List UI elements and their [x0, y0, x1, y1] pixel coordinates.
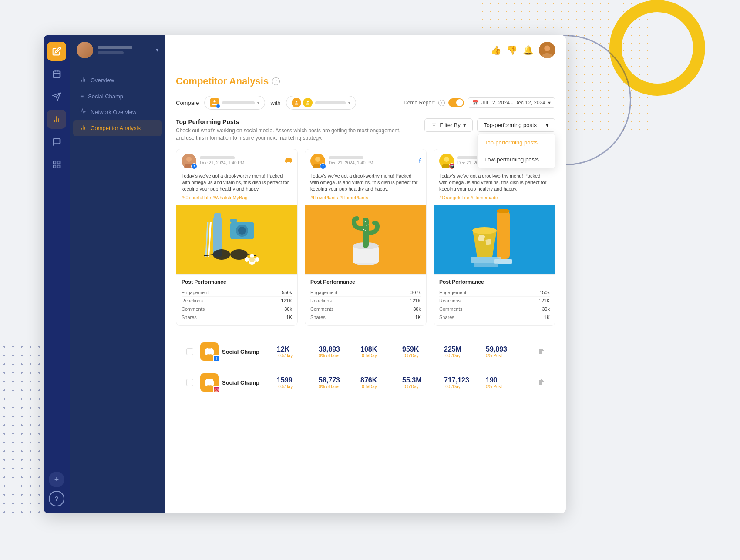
perf-row-1-engagement: Engagement 550k: [182, 288, 292, 297]
sidebar-nav: Overview ≡ Social Champ Network Overview: [70, 65, 165, 513]
notification-icon[interactable]: 🔔: [523, 45, 534, 55]
info-icon[interactable]: i: [272, 77, 280, 85]
iconbar-help[interactable]: ?: [49, 491, 64, 506]
sidebar-avatar: [77, 42, 93, 58]
svg-point-49: [249, 257, 255, 262]
stats-delete-2[interactable]: 🗑: [538, 379, 545, 386]
info-icon-2[interactable]: i: [438, 100, 445, 106]
svg-rect-10: [57, 161, 60, 164]
perf-row-1-shares: Shares 1K: [182, 313, 292, 321]
post-image-3: [434, 205, 555, 274]
iconbar-calendar[interactable]: [47, 64, 66, 84]
iconbar-add[interactable]: +: [49, 472, 64, 487]
svg-point-62: [444, 157, 449, 162]
compare-selector-1[interactable]: ▾: [204, 96, 265, 110]
perf-row-1-reactions: Reactions 121K: [182, 297, 292, 305]
calendar-icon: 📅: [472, 100, 479, 106]
demo-report-bar: Demo Report i 📅 Jul 12, 2024 - Dec 12, 2…: [404, 97, 555, 108]
post-card-2-header: f Dec 21, 2024, 1:40 PM f: [305, 149, 426, 173]
post-performance-3: Post Performance Engagement 150k Reactio…: [434, 274, 555, 325]
post-performance-2: Post Performance Engagement 307k Reactio…: [305, 274, 426, 325]
iconbar-messages[interactable]: [47, 132, 66, 151]
post-image-2: [305, 205, 426, 274]
dropdown-item-low[interactable]: Low-performing posts: [478, 151, 555, 168]
sidebar-item-overview[interactable]: Overview: [73, 72, 162, 88]
stats-brand-2: Social Champ: [200, 373, 270, 392]
sidebar-item-competitor-analysis[interactable]: Competitor Analysis: [73, 120, 162, 136]
dropdown-container: Top-performing posts ▾ Top-performing po…: [477, 118, 555, 132]
top-bar-actions: 👍 👎 🔔: [491, 42, 555, 58]
filter-by-button[interactable]: Filter By ▾: [424, 118, 473, 132]
iconbar-reports[interactable]: [47, 155, 66, 174]
post-card-1-meta: Dec 21, 2024, 1:40 PM: [200, 156, 282, 165]
stats-metric-1-2: 108K -0.5/Day: [360, 345, 395, 358]
svg-point-69: [472, 227, 497, 234]
stats-row-2-checkbox[interactable]: [186, 379, 193, 386]
stats-metric-2-5: 190 0% Post: [486, 376, 521, 389]
dropdown-chevron-icon: ▾: [546, 122, 549, 128]
svg-point-67: [497, 209, 510, 213]
svg-rect-0: [54, 71, 60, 77]
post-card-1-header: f Dec 21, 2024, 1:40 PM: [176, 149, 297, 173]
stats-row-2: Social Champ 1599 -0.5/day 58,773 0% of …: [176, 367, 555, 398]
svg-rect-37: [230, 219, 237, 222]
compare-bar: Compare ▾ with: [176, 96, 555, 110]
section-header: Top Performing Posts Check out what's wo…: [176, 118, 555, 142]
post-card-2: f Dec 21, 2024, 1:40 PM f Today's we've …: [305, 149, 427, 326]
sidebar-chevron-icon[interactable]: ▾: [156, 47, 158, 53]
date-chevron-icon: ▾: [548, 100, 551, 106]
sidebar-item-social-champ[interactable]: ≡ Social Champ: [73, 88, 162, 104]
svg-point-22: [214, 100, 216, 102]
stats-delete-1[interactable]: 🗑: [538, 348, 545, 355]
stats-metric-2-2: 876K -0.5/Day: [360, 376, 395, 389]
facebook-badge-1: f: [191, 163, 197, 169]
svg-point-20: [544, 45, 550, 51]
thumbs-down-icon[interactable]: 👎: [507, 45, 518, 55]
compare-selector-2[interactable]: ▾: [286, 96, 356, 110]
perf-row-3-engagement: Engagement 150k: [439, 288, 550, 297]
perf-row-2-reactions: Reactions 121K: [310, 297, 421, 305]
stats-metric-2-4: 717,123 -0.5/Day: [444, 376, 479, 389]
iconbar-analytics[interactable]: [47, 110, 66, 129]
content-area: Competitor Analysis i Compare ▾ with: [165, 65, 566, 513]
posts-type-dropdown[interactable]: Top-performing posts ▾: [477, 118, 555, 132]
stats-row-1: f Social Champ 12K -0.5/day 39,893 0% of…: [176, 336, 555, 367]
post-1-platform-icon: [285, 157, 292, 165]
stats-row-1-checkbox[interactable]: [186, 348, 193, 355]
iconbar-compose[interactable]: [47, 42, 66, 61]
svg-point-48: [245, 257, 249, 262]
stats-metric-1-0: 12K -0.5/day: [277, 345, 312, 358]
perf-row-1-comments: Comments 30k: [182, 305, 292, 313]
user-avatar[interactable]: [539, 42, 555, 58]
date-range-picker[interactable]: 📅 Jul 12, 2024 - Dec 12, 2024 ▾: [468, 97, 555, 108]
post-image-1: [176, 205, 297, 274]
perf-row-2-engagement: Engagement 307k: [310, 288, 421, 297]
perf-row-2-comments: Comments 30k: [310, 305, 421, 313]
stats-metric-2-3: 55.3M -0.5/Day: [402, 376, 437, 389]
thumbs-up-icon[interactable]: 👍: [491, 45, 501, 55]
perf-row-3-reactions: Reactions 121K: [439, 297, 550, 305]
sidebar-item-network-overview[interactable]: Network Overview: [73, 104, 162, 120]
demo-report-toggle[interactable]: [448, 98, 464, 107]
dropdown-item-top[interactable]: Top-performing posts: [478, 134, 555, 151]
post-card-3-avatar: 📷: [439, 154, 454, 168]
sidebar-header: ▾: [70, 35, 165, 65]
stats-section: f Social Champ 12K -0.5/day 39,893 0% of…: [176, 336, 555, 398]
svg-point-36: [238, 227, 246, 235]
stats-metric-1-3: 959K -0.5/Day: [402, 345, 437, 358]
post-card-1-avatar: f: [182, 154, 196, 168]
svg-rect-71: [485, 239, 491, 245]
svg-rect-11: [57, 165, 60, 168]
svg-rect-33: [214, 213, 221, 220]
svg-rect-12: [54, 165, 56, 168]
svg-rect-65: [497, 211, 510, 259]
stats-brand-1: f Social Champ: [200, 342, 270, 361]
svg-point-23: [296, 101, 297, 103]
icon-bar: + ?: [44, 35, 70, 513]
iconbar-send[interactable]: [47, 87, 66, 106]
svg-rect-72: [471, 257, 501, 263]
filter-chevron-icon: ▾: [463, 122, 466, 128]
post-card-1: f Dec 21, 2024, 1:40 PM Today's we've go…: [176, 149, 298, 326]
selector2-chevron: ▾: [348, 101, 350, 105]
selector1-chevron: ▾: [257, 101, 259, 105]
